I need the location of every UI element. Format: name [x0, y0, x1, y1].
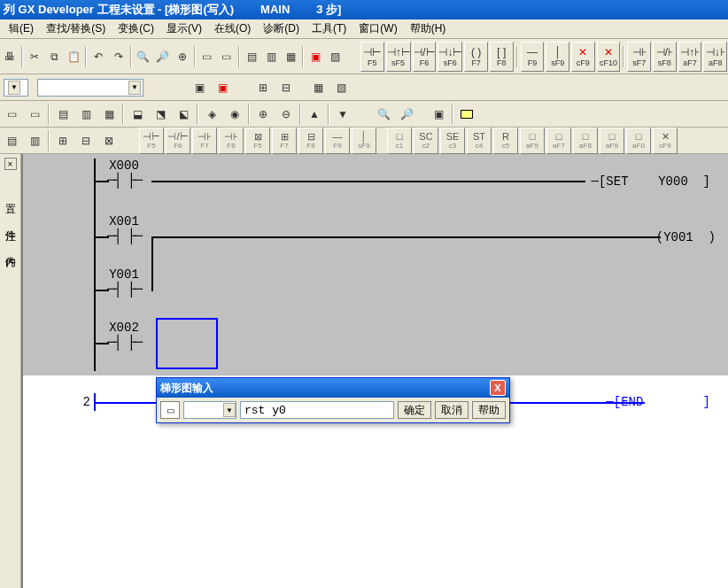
cursor-box[interactable]	[156, 318, 218, 369]
dialog-symbol-icon[interactable]: ▭	[160, 401, 180, 419]
tool-b-icon[interactable]: ▭	[218, 46, 236, 67]
aux12-icon[interactable]: ⊖	[275, 104, 297, 125]
dialog-help-button[interactable]: 帮助	[472, 401, 506, 419]
sb-c3: SEc3	[440, 128, 465, 154]
aux8-icon[interactable]: ⬕	[173, 104, 194, 125]
dialog-input[interactable]	[240, 401, 394, 419]
dialog-ok-button[interactable]: 确定	[398, 401, 431, 419]
aux3-icon[interactable]: ▤	[52, 104, 74, 125]
aux11-icon[interactable]: ⊕	[252, 104, 274, 125]
contact-nc-button[interactable]: ⊣/⊢F6	[413, 42, 437, 72]
contact-pulse-button[interactable]: ⊣↑⊢sF5	[386, 42, 411, 72]
aux4-icon[interactable]: ▥	[75, 104, 97, 125]
d4-icon[interactable]: ⊟	[75, 130, 97, 151]
aux7-icon[interactable]: ⬔	[150, 104, 171, 125]
menu-view[interactable]: 显示(V)	[161, 19, 207, 38]
dialog-cancel-button[interactable]: 取消	[435, 401, 469, 419]
af7-button[interactable]: ⊣↑⊦aF7	[678, 42, 702, 72]
ladder-editor[interactable]: X000 ─┤ ├─ ─[SET Y000 ] X001 ─┤ ├─ (Y001…	[21, 154, 728, 588]
sb-c4: STc4	[467, 128, 492, 154]
tool-f-icon[interactable]: ▣	[306, 46, 324, 67]
coil-button[interactable]: ( )F7	[464, 42, 488, 72]
coil-set-y000[interactable]: ─[SET Y000 ]	[592, 174, 710, 189]
toolbar-aux: ▭ ▭ ▤ ▥ ▦ ⬓ ⬔ ⬕ ◈ ◉ ⊕ ⊖ ▲ ▼ 🔍 🔎 ▣	[0, 101, 728, 128]
view3-icon[interactable]: ⊞	[252, 77, 274, 98]
tool-d-icon[interactable]: ▥	[262, 46, 280, 67]
contact-no-button[interactable]: ⊣⊢F5	[360, 42, 384, 72]
aux13-icon[interactable]: ▲	[304, 104, 325, 125]
copy-icon[interactable]: ⧉	[45, 46, 63, 67]
end-instruction: ─[END ]	[606, 395, 710, 409]
title-bar: 列 GX Developer 工程未设置 - [梯形图(写入) MAIN 3 步…	[0, 0, 728, 19]
contact-x002[interactable]: X002 ─┤ ├─	[107, 321, 141, 351]
sb-c2: SCc2	[414, 128, 438, 154]
d3-icon[interactable]: ⊞	[52, 130, 74, 151]
aux9-icon[interactable]: ◈	[201, 104, 222, 125]
coil-y001[interactable]: (Y001 )	[656, 230, 716, 244]
sf8-button[interactable]: ⊣/⊦sF8	[653, 42, 677, 72]
menu-search[interactable]: 查找/替换(S)	[41, 19, 111, 38]
menu-help[interactable]: 帮助(H)	[405, 19, 452, 38]
sb-f7: ⊣⊦F7	[192, 128, 217, 154]
aux5-icon[interactable]: ▦	[98, 104, 120, 125]
zoom-in-icon[interactable]: 🔍	[135, 46, 152, 67]
dialog-close-icon[interactable]: X	[490, 380, 506, 396]
sb-sf9: │sF9	[352, 128, 376, 154]
sf7-button[interactable]: ⊣⊦sF7	[627, 42, 651, 72]
view2-icon[interactable]: ▣	[212, 77, 233, 98]
menu-tools[interactable]: 工具(T)	[306, 19, 352, 38]
combo-1[interactable]: ▼	[4, 79, 28, 97]
tool-a-icon[interactable]: ▭	[198, 46, 216, 67]
tool-g-icon[interactable]: ▨	[326, 46, 344, 67]
view6-icon[interactable]: ▧	[330, 77, 352, 98]
aux18-icon[interactable]	[456, 104, 477, 125]
aux6-icon[interactable]: ⬓	[127, 104, 148, 125]
zoom-out-icon[interactable]: 🔎	[154, 46, 172, 67]
undo-icon[interactable]: ↶	[89, 46, 107, 67]
print-icon[interactable]: 🖶	[1, 46, 19, 67]
aux15-icon[interactable]: 🔍	[373, 104, 394, 125]
sb-af9: □aF9	[600, 128, 624, 154]
zoom-fit-icon[interactable]: ⊕	[174, 46, 191, 67]
d1-icon[interactable]: ▤	[1, 130, 22, 151]
step-number: 2	[73, 395, 90, 409]
view1-icon[interactable]: ▣	[189, 77, 210, 98]
vline-button[interactable]: │sF9	[546, 42, 569, 72]
paste-icon[interactable]: 📋	[65, 46, 82, 67]
panel-close-icon[interactable]: ×	[4, 158, 17, 170]
tool-e-icon[interactable]: ▦	[282, 46, 299, 67]
dialog-titlebar[interactable]: 梯形图输入 X	[157, 378, 509, 398]
aux2-icon[interactable]: ▭	[24, 104, 45, 125]
view5-icon[interactable]: ▦	[307, 77, 329, 98]
d2-icon[interactable]: ▥	[24, 130, 45, 151]
redo-icon[interactable]: ↷	[109, 46, 127, 67]
combo-2[interactable]: ▼	[37, 79, 143, 97]
contact-x000[interactable]: X000 ─┤ ├─	[107, 159, 141, 189]
aux14-icon[interactable]: ▼	[332, 104, 353, 125]
menu-online[interactable]: 在线(O)	[209, 19, 256, 38]
menu-diagnose[interactable]: 诊断(D)	[258, 19, 305, 38]
d5-icon[interactable]: ⊠	[98, 130, 120, 151]
del-vline-button[interactable]: ✕cF10	[597, 42, 621, 72]
contact-npulse-button[interactable]: ⊣↓⊢sF6	[438, 42, 462, 72]
contact-y001[interactable]: Y001 ─┤ ├─	[107, 267, 141, 298]
menu-window[interactable]: 窗口(W)	[353, 19, 402, 38]
aux16-icon[interactable]: 🔎	[396, 104, 417, 125]
hline-button[interactable]: —F9	[521, 42, 545, 72]
menu-edit[interactable]: 辑(E)	[4, 19, 39, 38]
contact-x001[interactable]: X001 ─┤ ├─	[107, 214, 141, 244]
aux10-icon[interactable]: ◉	[224, 104, 245, 125]
menu-convert[interactable]: 变换(C)	[112, 19, 159, 38]
tool-c-icon[interactable]: ▤	[243, 46, 260, 67]
af8-button[interactable]: ⊣↓⊦aF8	[703, 42, 727, 72]
aux17-icon[interactable]: ▣	[428, 104, 449, 125]
sb-f5b: ⊠F5	[245, 128, 270, 154]
dialog-combo[interactable]: ▼	[183, 401, 236, 419]
del-hline-button[interactable]: ✕cF9	[571, 42, 595, 72]
project-name: 工程未设置	[97, 0, 155, 19]
cut-icon[interactable]: ✂	[26, 46, 43, 67]
func-button[interactable]: [ ]F8	[490, 42, 514, 72]
view4-icon[interactable]: ⊟	[275, 77, 297, 98]
aux1-icon[interactable]: ▭	[1, 104, 22, 125]
left-rail	[94, 159, 96, 371]
